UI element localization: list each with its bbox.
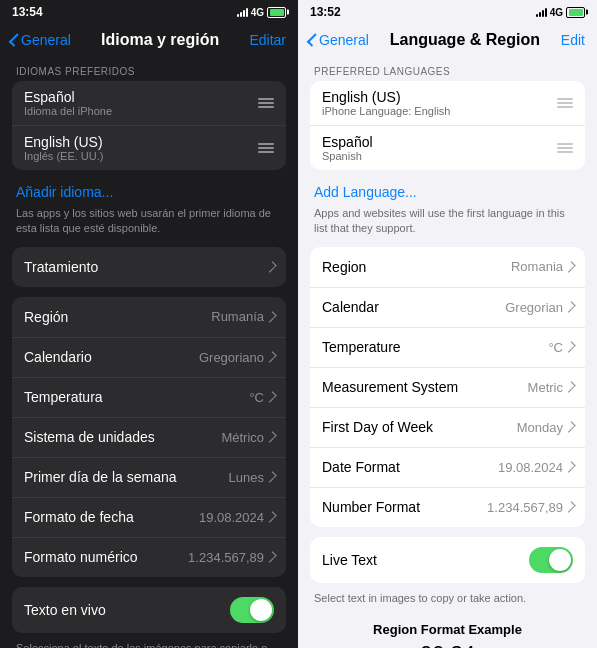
left-toggle-knob — [250, 599, 272, 621]
right-chevron-calendar — [564, 302, 575, 313]
right-row-calendar[interactable]: Calendar Gregorian — [310, 287, 585, 327]
left-value-calendar: Gregoriano — [199, 350, 274, 365]
left-add-language-button[interactable]: Añadir idioma... — [0, 180, 298, 206]
left-battery-fill — [270, 9, 284, 16]
right-panel: 13:52 4G General Language & Region Edit … — [298, 0, 597, 648]
left-value-numformat: 1.234.567,89 — [188, 550, 274, 565]
left-tratamiento-label: Tratamiento — [24, 259, 98, 275]
right-settings-group: Region Romania Calendar Gregorian Temper… — [310, 247, 585, 527]
left-value-measurement: Métrico — [221, 430, 274, 445]
right-value-region: Romania — [511, 259, 573, 274]
right-battery-icon — [566, 7, 585, 18]
left-tratamiento-button[interactable]: Tratamiento — [12, 247, 286, 287]
right-lang-info-0: English (US) iPhone Language: English — [322, 89, 557, 117]
left-live-text-toggle[interactable] — [230, 597, 274, 623]
left-edit-button[interactable]: Editar — [249, 32, 286, 48]
left-label-dateformat: Formato de fecha — [24, 509, 134, 525]
right-status-bar: 13:52 4G — [298, 0, 597, 22]
left-battery-icon — [267, 7, 286, 18]
left-settings-group: Región Rumanía Calendario Gregoriano Tem… — [12, 297, 286, 577]
left-lang-info-1: English (US) Inglés (EE. UU.) — [24, 134, 258, 162]
left-lang-item-0[interactable]: Español Idioma del iPhone — [12, 81, 286, 125]
left-value-region: Rumanía — [211, 309, 274, 324]
left-label-measurement: Sistema de unidades — [24, 429, 155, 445]
left-lang-sub-1: Inglés (EE. UU.) — [24, 150, 258, 162]
left-chevron-calendar — [265, 352, 276, 363]
right-label-measurement: Measurement System — [322, 379, 458, 395]
left-status-icons: 4G — [237, 7, 286, 18]
right-row-dateformat[interactable]: Date Format 19.08.2024 — [310, 447, 585, 487]
right-row-firstday[interactable]: First Day of Week Monday — [310, 407, 585, 447]
left-label-calendar: Calendario — [24, 349, 92, 365]
left-label-temperature: Temperatura — [24, 389, 103, 405]
left-row-numformat[interactable]: Formato numérico 1.234.567,89 — [12, 537, 286, 577]
right-back-button[interactable]: General — [310, 32, 369, 48]
left-nav-bar: General Idioma y región Editar — [0, 22, 298, 60]
right-lang-item-0[interactable]: English (US) iPhone Language: English — [310, 81, 585, 125]
right-nav-bar: General Language & Region Edit — [298, 22, 597, 60]
left-chevron-measurement — [265, 432, 276, 443]
left-value-firstday: Lunes — [229, 470, 274, 485]
right-lang-sub-1: Spanish — [322, 150, 557, 162]
right-row-numformat[interactable]: Number Format 1.234.567,89 — [310, 487, 585, 527]
left-status-bar: 13:54 4G — [0, 0, 298, 22]
left-drag-handle-1[interactable] — [258, 143, 274, 153]
right-languages-card: English (US) iPhone Language: English Es… — [310, 81, 585, 170]
left-chevron-firstday — [265, 472, 276, 483]
right-chevron-region — [564, 261, 575, 272]
right-row-temperature[interactable]: Temperature °C — [310, 327, 585, 367]
right-label-temperature: Temperature — [322, 339, 401, 355]
left-back-label: General — [21, 32, 71, 48]
right-drag-handle-1[interactable] — [557, 143, 573, 153]
left-row-calendar[interactable]: Calendario Gregoriano — [12, 337, 286, 377]
right-network-label: 4G — [550, 7, 563, 18]
right-label-firstday: First Day of Week — [322, 419, 433, 435]
right-preferred-label: PREFERRED LANGUAGES — [298, 60, 597, 81]
right-value-dateformat: 19.08.2024 — [498, 460, 573, 475]
right-add-language-button[interactable]: Add Language... — [298, 180, 597, 206]
right-value-temperature: °C — [548, 340, 573, 355]
left-nav-title: Idioma y región — [101, 31, 219, 49]
left-row-dateformat[interactable]: Formato de fecha 19.08.2024 — [12, 497, 286, 537]
left-chevron-dateformat — [265, 512, 276, 523]
left-label-region: Región — [24, 309, 68, 325]
right-label-calendar: Calendar — [322, 299, 379, 315]
right-live-text-note: Select text in images to copy or take ac… — [298, 589, 597, 614]
right-region-example-time: 00:34 — [314, 641, 581, 648]
left-drag-handle-0[interactable] — [258, 98, 274, 108]
right-label-numformat: Number Format — [322, 499, 420, 515]
right-value-measurement: Metric — [528, 380, 573, 395]
right-live-text-toggle[interactable] — [529, 547, 573, 573]
right-lang-sub-0: iPhone Language: English — [322, 105, 557, 117]
right-live-text-label: Live Text — [322, 552, 377, 568]
right-chevron-dateformat — [564, 462, 575, 473]
right-lang-info-1: Español Spanish — [322, 134, 557, 162]
left-row-firstday[interactable]: Primer día de la semana Lunes — [12, 457, 286, 497]
right-row-measurement[interactable]: Measurement System Metric — [310, 367, 585, 407]
right-languages-note: Apps and websites will use the first lan… — [298, 206, 597, 247]
right-battery-fill — [569, 9, 583, 16]
left-lang-item-1[interactable]: English (US) Inglés (EE. UU.) — [12, 125, 286, 170]
left-label-firstday: Primer día de la semana — [24, 469, 177, 485]
right-drag-handle-0[interactable] — [557, 98, 573, 108]
right-value-numformat: 1.234.567,89 — [487, 500, 573, 515]
right-row-region[interactable]: Region Romania — [310, 247, 585, 287]
left-live-text-row: Texto en vivo — [12, 587, 286, 633]
left-row-measurement[interactable]: Sistema de unidades Métrico — [12, 417, 286, 457]
left-signal-icon — [237, 8, 248, 17]
left-row-region[interactable]: Región Rumanía — [12, 297, 286, 337]
left-back-button[interactable]: General — [12, 32, 71, 48]
left-lang-name-0: Español — [24, 89, 258, 105]
right-lang-name-0: English (US) — [322, 89, 557, 105]
right-chevron-numformat — [564, 502, 575, 513]
left-lang-sub-0: Idioma del iPhone — [24, 105, 258, 117]
left-panel: 13:54 4G General Idioma y región Editar … — [0, 0, 298, 648]
right-lang-item-1[interactable]: Español Spanish — [310, 125, 585, 170]
left-network-label: 4G — [251, 7, 264, 18]
right-edit-button[interactable]: Edit — [561, 32, 585, 48]
left-tratamiento-chevron — [265, 261, 276, 272]
left-value-temperature: °C — [249, 390, 274, 405]
left-row-temperature[interactable]: Temperatura °C — [12, 377, 286, 417]
right-live-text-row: Live Text — [310, 537, 585, 583]
left-live-text-note: Selecciona el texto de las imágenes para… — [0, 639, 298, 648]
